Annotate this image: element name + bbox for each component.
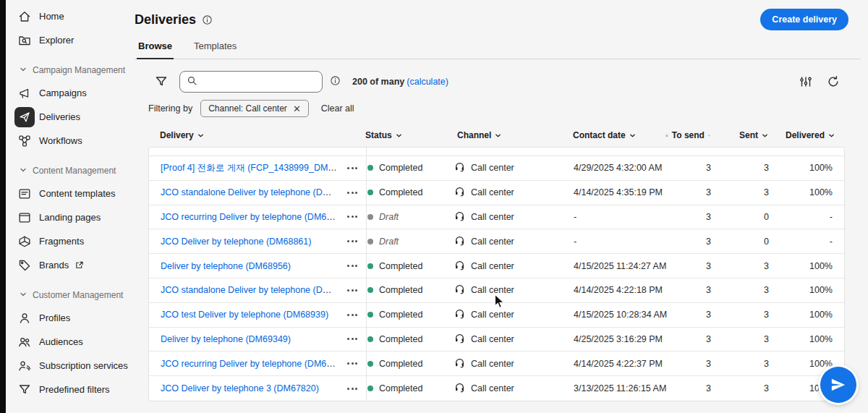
table-row: JCO recurring Deliver by telephone (DM68… [149,205,844,230]
row-more-actions-button[interactable] [343,235,362,248]
sidebar-item-home[interactable]: Home [6,4,129,28]
channel-label: Call center [471,359,514,369]
search-input[interactable] [203,77,315,88]
column-settings-icon[interactable] [795,71,817,93]
sidebar-item-audiences[interactable]: Audiences [6,330,129,354]
refresh-icon[interactable] [822,71,844,93]
channel-label: Call center [471,310,514,320]
to-send-value: 3 [666,310,717,320]
status-dot [367,386,373,391]
sidebar-item-deliveries[interactable]: Deliveries [6,105,129,129]
row-more-actions-button[interactable] [343,186,362,199]
filter-icon[interactable] [150,71,172,93]
column-header-to-send[interactable]: To send [665,130,716,140]
chip-close-icon[interactable]: ✕ [293,104,301,114]
sidebar-item-predefined-filters[interactable]: Predefined filters [6,378,129,401]
clear-all-button[interactable]: Clear all [321,103,354,114]
sidebar-section-customer-management[interactable]: Customer Management [6,284,129,306]
delivered-value: - [775,237,846,247]
row-more-actions-button[interactable] [343,382,362,395]
sidebar-item-label: Subscription services [39,360,128,371]
info-icon[interactable] [330,75,341,89]
delivery-link[interactable]: JCO test Deliver by telephone (DM68939) [161,310,328,320]
column-header-delivered[interactable]: Delivered [774,130,845,140]
tab-templates[interactable]: Templates [192,41,238,59]
sidebar-item-content-templates[interactable]: Content templates [6,182,129,205]
search-icon [187,75,197,89]
sent-value: 3 [717,334,775,344]
sidebar-item-campaigns[interactable]: Campaigns [6,81,129,105]
workflows-icon [14,131,35,151]
sent-value: 0 [717,212,775,222]
delivery-link[interactable]: JCO Deliver by telephone 3 (DM67820) [161,383,319,393]
status-label: Draft [379,237,399,247]
sidebar-item-label: Landing pages [39,212,101,223]
filter-bar: Filtering by Channel: Call center ✕ Clea… [135,100,868,117]
column-header-contact-date[interactable]: Contact date [568,130,665,140]
sidebar-item-landing-pages[interactable]: Landing pages [6,205,129,229]
column-header-sent[interactable]: Sent [716,130,774,140]
row-more-actions-button[interactable] [343,260,362,273]
search-box[interactable] [179,71,323,93]
brands-icon [14,255,35,276]
delivery-link[interactable]: JCO standalone Deliver by telephone (DM6… [161,187,339,197]
row-more-actions-button[interactable] [343,308,362,321]
to-send-value: 3 [666,163,717,173]
sidebar-item-explorer[interactable]: Explorer [6,28,129,52]
contact-date: 4/14/2025 4:22:37 PM [569,359,666,369]
delivered-value: 100% [775,187,846,197]
filter-chip-label: Channel: Call center [208,103,287,114]
sidebar-item-profiles[interactable]: Profiles [6,306,129,330]
sidebar-section-campaign-management[interactable]: Campaign Management [6,59,129,81]
delivery-link[interactable]: Deliver by telephone (DM69349) [161,334,291,344]
sent-value: 3 [717,310,775,320]
info-icon[interactable] [202,14,213,25]
delivery-link[interactable]: JCO recurring Deliver by telephone (DM68… [161,359,339,369]
tab-bar: Browse Templates [135,41,861,59]
table-row: JCO standalone Deliver by telephone (DM6… [149,181,844,205]
table-row: JCO recurring Deliver by telephone (DM68… [149,352,844,376]
row-more-actions-button[interactable] [343,161,362,174]
status-label: Completed [379,163,422,173]
sidebar-item-label: Content templates [39,188,116,199]
to-send-value: 3 [666,187,717,197]
delivered-value: 100% [775,261,846,271]
fragments-icon [14,231,35,252]
row-more-actions-button[interactable] [343,333,362,346]
column-header-delivery[interactable]: Delivery [148,130,365,140]
column-header-status[interactable]: Status [365,130,452,140]
contact-date: 4/15/2025 11:24:27 AM [569,261,666,271]
sidebar-section-content-management[interactable]: Content Management [6,160,129,182]
deliveries-icon [14,107,35,127]
column-header-channel[interactable]: Channel [452,130,568,140]
channel-label: Call center [471,163,514,173]
create-delivery-button[interactable]: Create delivery [760,9,848,30]
delivery-link[interactable]: JCO standalone Deliver by telephone (DM6… [161,285,339,295]
delivery-link[interactable]: JCO recurring Deliver by telephone (DM68… [161,212,339,222]
status-label: Completed [379,285,422,295]
sidebar-section-label: Customer Management [33,290,123,300]
sidebar-item-fragments[interactable]: Fragments [6,229,129,253]
channel-label: Call center [471,261,514,271]
content-templates-icon [14,184,35,204]
calculate-link[interactable]: (calculate) [407,77,448,87]
delivery-link[interactable]: JCO Deliver by telephone (DM68861) [161,237,311,247]
row-more-actions-button[interactable] [343,210,362,223]
delivery-link[interactable]: [Proof 4] 전화로 게재 (FCP_1438999_DM6953... [161,163,339,173]
sidebar-item-workflows[interactable]: Workflows [6,129,129,153]
contact-date: 4/14/2025 4:22:18 PM [569,285,666,295]
create-delivery-fab[interactable] [820,367,856,403]
explorer-icon [14,30,35,51]
tab-browse[interactable]: Browse [137,41,174,59]
status-label: Completed [379,359,422,369]
headset-call-center-icon [454,308,465,319]
row-more-actions-button[interactable] [343,284,362,297]
channel-label: Call center [471,212,514,222]
sidebar-item-subscription-services[interactable]: Subscription services [6,354,129,378]
delivery-link[interactable]: Deliver by telephone (DM68956) [161,261,291,271]
list-toolbar: 200 of many(calculate) [135,70,868,93]
chevron-down-icon [396,132,402,139]
sidebar-section-label: Content Management [33,166,116,176]
row-more-actions-button[interactable] [343,357,362,370]
sidebar-item-brands[interactable]: Brands [6,253,129,277]
